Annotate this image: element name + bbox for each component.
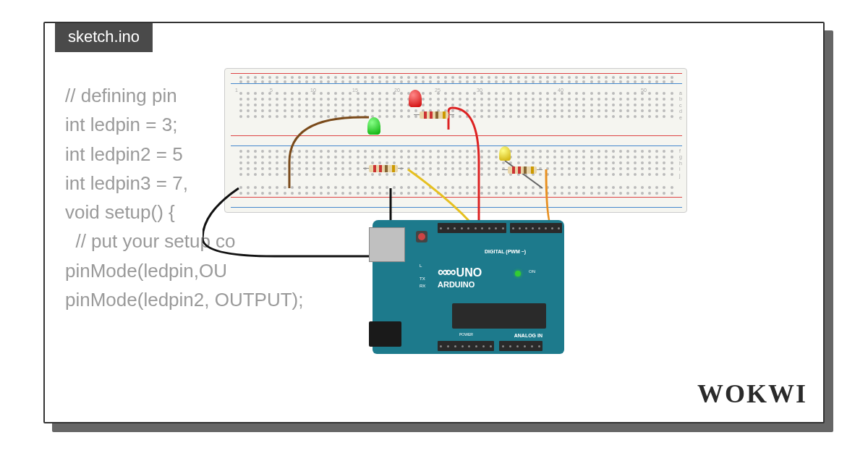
- led-green[interactable]: [367, 117, 380, 135]
- analog-label: ANALOG IN: [514, 333, 542, 338]
- board-name: UNO: [456, 266, 482, 279]
- file-tab[interactable]: sketch.ino: [55, 22, 153, 52]
- tx-label: TX: [420, 276, 425, 281]
- analog-pins[interactable]: [499, 341, 542, 351]
- arduino-uno[interactable]: ∞∞ UNO ARDUINO DIGITAL (PWM ~) ANALOG IN…: [373, 220, 564, 354]
- circuit-canvas[interactable]: 1 5 10 15 20 25 30 40 50 abcde fghij: [203, 68, 723, 358]
- bb-col-10: 10: [310, 88, 316, 93]
- power-led-icon: [515, 271, 521, 276]
- power-pins[interactable]: [438, 341, 494, 351]
- breadboard[interactable]: 1 5 10 15 20 25 30 40 50 abcde fghij: [224, 68, 687, 213]
- arduino-logo: ∞∞ UNO ARDUINO: [438, 263, 482, 289]
- project-card: sketch.ino // defining pin int ledpin = …: [43, 22, 825, 423]
- power-label: POWER: [459, 332, 473, 337]
- bb-col-5: 5: [270, 88, 273, 93]
- rx-label: RX: [420, 284, 425, 288]
- resistor-2[interactable]: [369, 165, 398, 172]
- power-jack: [369, 321, 401, 347]
- bb-col-20: 20: [394, 88, 400, 93]
- bb-col-15: 15: [352, 88, 358, 93]
- infinity-icon: ∞∞: [438, 263, 454, 279]
- led-red[interactable]: [409, 90, 422, 107]
- brand-label: ARDUINO: [438, 280, 475, 289]
- digital-pins-left[interactable]: [438, 223, 506, 233]
- led-yellow[interactable]: [499, 146, 511, 161]
- usb-port: [369, 227, 405, 262]
- bb-rows-bot: fghij: [679, 148, 682, 179]
- reset-button[interactable]: [416, 231, 427, 242]
- digital-label: DIGITAL (PWM ~): [485, 249, 526, 254]
- on-label: ON: [529, 269, 535, 274]
- resistor-3[interactable]: [508, 166, 537, 174]
- digital-pins-right[interactable]: [510, 223, 562, 233]
- bb-col-40: 40: [558, 88, 563, 93]
- resistor-1[interactable]: [420, 111, 448, 119]
- atmega-chip: [452, 303, 546, 329]
- bb-col-1: 1: [235, 88, 238, 93]
- bb-col-50: 50: [641, 88, 647, 93]
- l-label: L: [420, 263, 422, 268]
- bb-rows-top: abcde: [679, 90, 682, 121]
- tab-label: sketch.ino: [68, 28, 140, 46]
- bb-col-25: 25: [435, 88, 441, 93]
- bb-col-30: 30: [477, 88, 482, 93]
- wokwi-logo: WOKWI: [697, 379, 807, 409]
